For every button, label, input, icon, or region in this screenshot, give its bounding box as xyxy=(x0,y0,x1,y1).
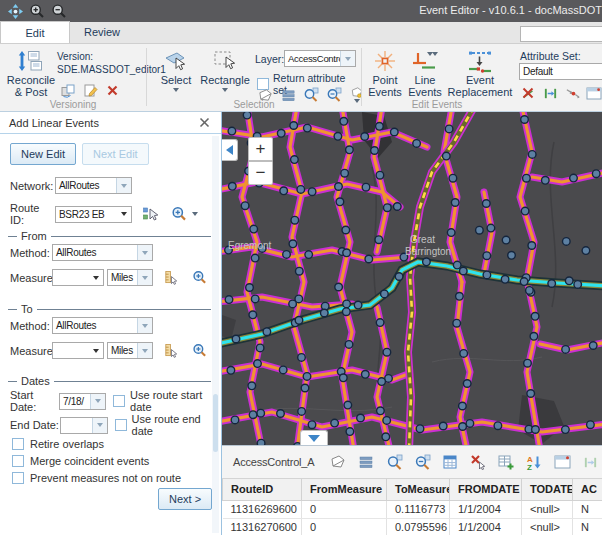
select-route-on-map-icon[interactable] xyxy=(142,206,158,222)
ribbon-search-input[interactable] xyxy=(520,26,602,42)
event-point-marker[interactable] xyxy=(384,204,392,212)
map-zoom-out-button[interactable]: − xyxy=(248,161,273,185)
zoom-in-tool-icon[interactable] xyxy=(28,2,46,20)
end-date-caret[interactable] xyxy=(92,418,107,433)
tab-review[interactable]: Review xyxy=(70,21,134,43)
event-point-marker[interactable] xyxy=(225,296,233,304)
network-combo[interactable]: AllRoutes xyxy=(55,177,132,194)
event-point-marker[interactable] xyxy=(574,281,582,289)
event-point-marker[interactable] xyxy=(291,156,299,164)
event-point-marker[interactable] xyxy=(361,133,369,141)
table-column-header[interactable]: TODATE xyxy=(522,479,573,500)
event-point-marker[interactable] xyxy=(343,249,351,257)
event-point-marker[interactable] xyxy=(362,371,370,379)
map-zoom-in-button[interactable]: + xyxy=(248,137,273,161)
line-events-button[interactable]: Line Events xyxy=(406,48,444,98)
event-point-marker[interactable] xyxy=(562,426,570,434)
new-edit-button[interactable]: New Edit xyxy=(10,143,76,165)
select-dropdown-caret[interactable] xyxy=(173,88,179,92)
event-point-marker[interactable] xyxy=(453,261,461,269)
event-point-marker[interactable] xyxy=(378,378,386,386)
event-point-marker[interactable] xyxy=(246,284,254,292)
event-point-marker[interactable] xyxy=(565,277,573,285)
event-point-marker[interactable] xyxy=(289,240,297,248)
event-point-marker[interactable] xyxy=(305,251,313,259)
table-row[interactable]: 1131626960000.11167731/1/2004<null>N xyxy=(223,500,602,518)
event-point-marker[interactable] xyxy=(336,198,344,206)
event-point-marker[interactable] xyxy=(466,420,474,428)
event-point-marker[interactable] xyxy=(476,226,484,234)
event-point-marker[interactable] xyxy=(346,428,354,436)
event-point-marker[interactable] xyxy=(257,409,265,417)
event-point-marker[interactable] xyxy=(592,170,600,178)
event-point-marker[interactable] xyxy=(308,421,316,429)
end-date-combo[interactable] xyxy=(60,417,108,434)
event-point-marker[interactable] xyxy=(494,422,502,430)
event-point-marker[interactable] xyxy=(459,423,467,431)
event-point-marker[interactable] xyxy=(321,309,329,317)
event-point-marker[interactable] xyxy=(521,116,529,124)
table-header-row[interactable]: RouteIDFromMeasureToMeasureFROMDATETODAT… xyxy=(223,479,602,500)
retire-overlaps-checkbox[interactable] xyxy=(12,438,24,450)
event-point-marker[interactable] xyxy=(283,251,291,259)
to-measure-caret[interactable] xyxy=(88,343,103,358)
event-point-marker[interactable] xyxy=(280,187,288,195)
event-point-marker[interactable] xyxy=(394,203,402,211)
event-point-marker[interactable] xyxy=(527,390,535,398)
use-route-end-checkbox[interactable] xyxy=(115,419,127,431)
event-point-marker[interactable] xyxy=(416,425,424,433)
event-point-marker[interactable] xyxy=(383,348,391,356)
event-point-marker[interactable] xyxy=(381,290,389,298)
event-point-marker[interactable] xyxy=(344,401,352,409)
event-point-marker[interactable] xyxy=(279,366,287,374)
event-point-marker[interactable] xyxy=(487,224,495,232)
event-point-marker[interactable] xyxy=(362,183,370,191)
event-point-marker[interactable] xyxy=(451,199,459,207)
event-point-marker[interactable] xyxy=(229,183,237,191)
table-column-header[interactable]: FROMDATE xyxy=(450,479,522,500)
event-point-marker[interactable] xyxy=(456,293,464,301)
event-point-marker[interactable] xyxy=(563,238,571,246)
event-point-marker[interactable] xyxy=(447,229,455,237)
next-edit-button[interactable]: Next Edit xyxy=(82,143,149,165)
event-point-marker[interactable] xyxy=(241,202,249,210)
event-point-marker[interactable] xyxy=(343,308,351,316)
to-method-combo[interactable]: AllRoutes xyxy=(52,317,153,334)
event-point-marker[interactable] xyxy=(354,301,362,309)
zoom-to-route-icon[interactable] xyxy=(171,206,187,222)
from-zoom-measure-icon[interactable] xyxy=(191,270,207,286)
translate-events-icon[interactable] xyxy=(542,85,558,101)
to-unit-combo[interactable]: Miles xyxy=(107,342,153,359)
event-point-marker[interactable] xyxy=(483,252,491,260)
table-select-polygon-icon[interactable] xyxy=(328,452,348,472)
zoom-out-tool-icon[interactable] xyxy=(50,2,68,20)
rectangle-button[interactable]: Rectangle xyxy=(199,48,251,92)
tab-edit[interactable]: Edit xyxy=(0,21,70,43)
event-point-marker[interactable] xyxy=(382,433,390,441)
event-point-marker[interactable] xyxy=(530,333,538,341)
merge-events-icon[interactable] xyxy=(564,85,580,101)
event-point-marker[interactable] xyxy=(376,171,384,179)
to-measure-combo[interactable] xyxy=(52,342,104,359)
from-measure-combo[interactable] xyxy=(52,269,104,286)
event-point-marker[interactable] xyxy=(365,255,373,263)
event-point-marker[interactable] xyxy=(303,373,311,381)
event-point-marker[interactable] xyxy=(375,236,383,244)
table-delete-selected-icon[interactable] xyxy=(468,452,488,472)
event-point-marker[interactable] xyxy=(296,267,304,275)
start-date-caret[interactable] xyxy=(90,394,105,409)
event-point-marker[interactable] xyxy=(277,410,285,418)
event-point-marker[interactable] xyxy=(542,177,550,185)
event-point-marker[interactable] xyxy=(502,236,510,244)
to-select-measure-icon[interactable] xyxy=(162,343,178,359)
layer-combo-caret[interactable] xyxy=(340,51,355,66)
from-unit-combo[interactable]: Miles xyxy=(107,269,153,286)
from-method-combo[interactable]: AllRoutes xyxy=(52,244,153,261)
event-point-marker[interactable] xyxy=(526,287,534,295)
delete-events-icon[interactable] xyxy=(520,85,536,101)
event-point-marker[interactable] xyxy=(254,360,262,368)
event-point-marker[interactable] xyxy=(463,380,471,388)
prevent-measures-checkbox[interactable] xyxy=(12,472,24,484)
event-point-marker[interactable] xyxy=(335,283,343,291)
event-point-marker[interactable] xyxy=(228,127,236,135)
